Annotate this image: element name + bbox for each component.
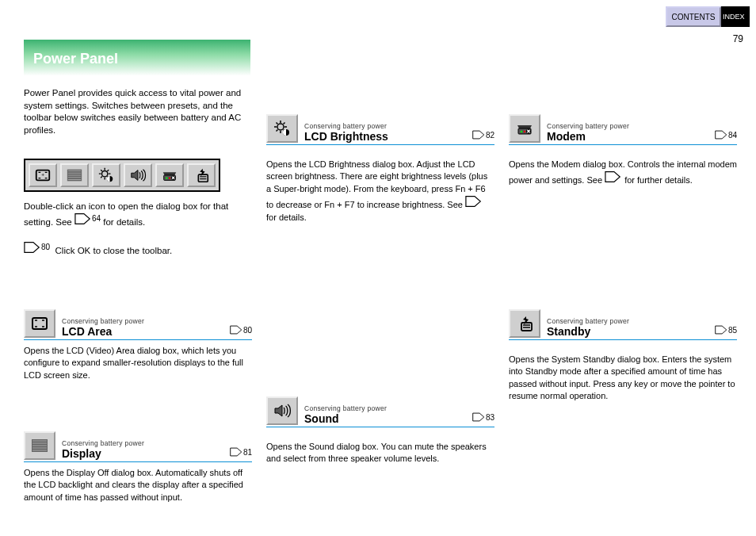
brightness-button[interactable] [92,163,120,187]
section-title: LCD Area [62,325,223,338]
lcd-area-icon: + [33,167,52,184]
page-ref-64[interactable]: 64 [74,212,101,225]
section-title: LCD Brightness [304,130,466,143]
page-ref-80-inline[interactable]: 80 [24,241,50,254]
sound-button[interactable] [124,163,152,187]
page-ref-84[interactable]: 84 [715,127,737,143]
display-button[interactable] [60,163,89,187]
section-title: Standby [547,325,708,338]
section-title: Sound [304,412,466,425]
svg-point-15 [521,131,522,132]
brightness-icon [266,114,298,143]
section-title: Modem [547,130,708,143]
page-ref-81[interactable]: 81 [230,444,252,460]
modem-button[interactable] [155,163,184,187]
section-modem: Conserving battery power Modem 84 [509,114,737,145]
lcd-area-icon [24,309,55,338]
modem-icon [509,114,540,143]
standby-button[interactable] [187,163,216,187]
svg-point-16 [524,131,525,132]
display-icon [24,431,55,460]
modem-icon [160,167,179,184]
section-body: Opens the LCD (Video) Area dialog box, w… [24,345,252,381]
section-body: Opens the System Standby dialog box. Ent… [509,354,737,403]
section-title: Display [62,447,223,460]
display-icon [65,167,84,184]
page-ref-85[interactable]: 85 [715,322,737,338]
page-number: 79 [733,33,743,44]
standby-icon [509,309,540,338]
page-ref-82[interactable]: 82 [472,127,494,143]
svg-point-6 [166,178,167,179]
lcd-area-button[interactable]: + [29,163,57,187]
svg-rect-9 [198,174,208,182]
page-ref-inline[interactable] [605,170,622,183]
intro-text: Power Panel provides quick access to vit… [24,87,250,136]
index-button[interactable]: INDEX [721,6,750,27]
sound-icon [266,396,298,425]
svg-point-12 [277,124,284,130]
toolbar-description: Double-click an icon to open the dialog … [24,200,250,257]
standby-icon [192,167,211,184]
page-ref-83[interactable]: 83 [472,409,494,425]
power-panel-toolbar: + [24,159,220,192]
section-body: Opens the LCD Brightness dialog box. Adj… [266,159,494,224]
page-title: Power Panel [24,40,250,78]
section-body: Opens the Display Off dialog box. Automa… [24,467,252,503]
svg-rect-10 [32,318,47,329]
page-ref-80[interactable]: 80 [230,322,252,338]
section-brightness: Conserving battery power LCD Brightness … [266,114,494,145]
page-ref-inline[interactable] [465,195,483,208]
section-sound: Conserving battery power Sound 83 [266,396,494,427]
brightness-icon [97,167,116,184]
section-body: Opens the Sound dialog box. You can mute… [266,441,494,465]
contents-button[interactable]: CONTENTS [666,6,721,27]
svg-point-7 [169,178,170,179]
section-display: Conserving battery power Display 81 Open… [24,431,252,503]
section-lcd-area: Conserving battery power LCD Area 80 Ope… [24,309,252,381]
section-standby: Conserving battery power Standby 85 [509,309,737,340]
top-nav: CONTENTS INDEX [666,6,750,27]
svg-rect-18 [521,323,532,331]
svg-text:+: + [41,172,44,178]
svg-point-3 [102,171,108,177]
sound-icon [128,167,147,184]
section-body: Opens the Modem dialog box. Controls the… [509,159,737,187]
